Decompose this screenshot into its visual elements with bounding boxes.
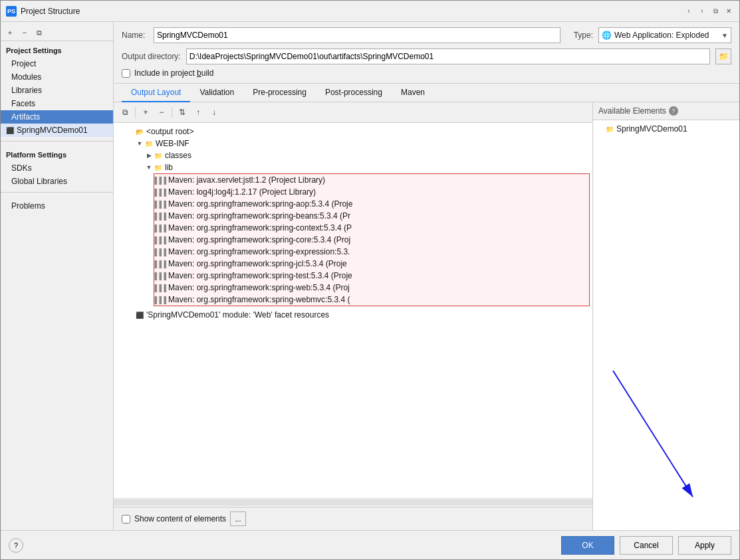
tab-output-layout[interactable]: Output Layout: [122, 84, 190, 102]
close-button[interactable]: ✕: [723, 6, 734, 17]
show-content-checkbox[interactable]: [122, 515, 130, 523]
tree-node-spring-expression[interactable]: ▌▌▌ Maven: org.springframework:spring-ex…: [154, 246, 589, 258]
project-label: Project: [11, 59, 36, 68]
lib-icon: ▌▌▌: [157, 223, 166, 233]
output-layout-panel: ⧉ + − ⇅ ↑ ↓ 📂 <output: [114, 102, 593, 530]
help-button[interactable]: ?: [9, 538, 23, 553]
sidebar-item-sdks[interactable]: SDKs: [1, 161, 113, 175]
output-sort-btn[interactable]: ⇅: [175, 105, 189, 120]
node-text: Maven: log4j:log4j:1.2.17 (Project Libra…: [168, 187, 316, 197]
tree-node-spring-beans[interactable]: ▌▌▌ Maven: org.springframework:spring-be…: [154, 210, 589, 222]
folder-icon: 📁: [144, 139, 154, 148]
sidebar: + − ⧉ Project Settings Project Modules L…: [1, 22, 114, 530]
available-item-springmvcdemo01[interactable]: 📁 SpringMVCDemo01: [593, 123, 739, 135]
available-panel: Available Elements ? 📁 SpringMVCDemo01: [593, 102, 739, 530]
lib-icon: ▌▌▌: [157, 235, 166, 244]
tree-node-classes[interactable]: ▶ 📁 classes: [114, 149, 592, 161]
dialog-title: Project Structure: [21, 7, 683, 16]
available-help-icon[interactable]: ?: [669, 106, 678, 116]
artifact-item-springmvcdemo01[interactable]: ⬛ SpringMVCDemo01: [1, 124, 113, 137]
output-navigate-btn[interactable]: ⧉: [118, 105, 132, 120]
forward-button[interactable]: ›: [697, 6, 707, 17]
node-text: Maven: org.springframework:spring-aop:5.…: [168, 199, 352, 209]
lib-icon: ▌▌▌: [157, 199, 166, 209]
output-tree[interactable]: 📂 <output root> ▼ 📁 WEB-INF ▶ 📁: [114, 123, 592, 498]
copy-button[interactable]: ⧉: [710, 6, 721, 17]
output-add-btn[interactable]: +: [138, 105, 153, 120]
tab-post-processing[interactable]: Post-processing: [316, 84, 392, 102]
remove-artifact-button[interactable]: −: [18, 26, 31, 39]
tree-node-spring-context[interactable]: ▌▌▌ Maven: org.springframework:spring-co…: [154, 222, 589, 234]
tree-node-output-root[interactable]: 📂 <output root>: [114, 126, 592, 138]
output-dir-input[interactable]: [186, 48, 710, 64]
project-structure-dialog: PS Project Structure ‹ › ⧉ ✕ + − ⧉ Proje…: [0, 0, 740, 560]
tree-node-spring-jcl[interactable]: ▌▌▌ Maven: org.springframework:spring-jc…: [154, 258, 589, 270]
back-button[interactable]: ‹: [683, 6, 694, 17]
sidebar-item-project[interactable]: Project: [1, 57, 113, 70]
main-area: ⧉ + − ⇅ ↑ ↓ 📂 <output: [114, 102, 739, 530]
problems-item[interactable]: Problems: [1, 199, 113, 213]
platform-divider-2: [1, 192, 113, 193]
tree-node-spring-test[interactable]: ▌▌▌ Maven: org.springframework:spring-te…: [154, 270, 589, 282]
dialog-footer: ? OK Cancel Apply: [1, 530, 739, 559]
tree-node-spring-web[interactable]: ▌▌▌ Maven: org.springframework:spring-we…: [154, 282, 589, 294]
type-label: Type:: [574, 31, 593, 40]
node-text: Maven: javax.servlet:jstl:1.2 (Project L…: [168, 175, 325, 185]
type-select[interactable]: 🌐 Web Application: Exploded ▼: [598, 27, 731, 43]
tab-pre-processing[interactable]: Pre-processing: [243, 84, 316, 102]
ok-button[interactable]: OK: [561, 536, 614, 555]
browse-output-dir-button[interactable]: 📁: [715, 48, 731, 64]
node-text: WEB-INF: [156, 139, 189, 148]
tree-node-jstl[interactable]: ▌▌▌ Maven: javax.servlet:jstl:1.2 (Proje…: [154, 174, 589, 186]
sidebar-item-problems: Problems: [1, 199, 113, 213]
cancel-button[interactable]: Cancel: [620, 536, 673, 555]
folder-icon: 📁: [154, 163, 163, 172]
node-text: Maven: org.springframework:spring-contex…: [168, 223, 352, 233]
tabs-bar: Output Layout Validation Pre-processing …: [114, 84, 739, 102]
lib-icon: ▌▌▌: [157, 247, 166, 256]
show-content-label: Show content of elements: [134, 514, 226, 523]
expand-icon: ▼: [144, 163, 154, 172]
folder-icon: 📁: [605, 124, 614, 134]
tree-node-spring-core[interactable]: ▌▌▌ Maven: org.springframework:spring-co…: [154, 234, 589, 246]
output-dir-row: Output directory: 📁: [122, 48, 731, 64]
available-tree[interactable]: 📁 SpringMVCDemo01: [593, 120, 739, 530]
node-text: Maven: org.springframework:spring-expres…: [168, 247, 350, 256]
node-text: Maven: org.springframework:spring-core:5…: [168, 235, 350, 244]
libraries-label: Libraries: [11, 86, 42, 95]
tree-node-module-resources[interactable]: ⬛ 'SpringMVCDemo01' module: 'Web' facet …: [114, 309, 592, 321]
include-project-build-checkbox[interactable]: [122, 69, 130, 78]
tree-node-log4j[interactable]: ▌▌▌ Maven: log4j:log4j:1.2.17 (Project L…: [154, 186, 589, 198]
add-artifact-button[interactable]: +: [3, 26, 17, 39]
main-content: + − ⧉ Project Settings Project Modules L…: [1, 22, 739, 530]
name-input[interactable]: [154, 27, 560, 43]
tree-node-lib[interactable]: ▼ 📁 lib: [114, 161, 592, 173]
available-header: Available Elements ?: [593, 102, 739, 120]
sidebar-item-artifacts[interactable]: Artifacts: [1, 110, 113, 124]
more-options-button[interactable]: ...: [230, 512, 246, 526]
folder-icon: 📁: [154, 151, 163, 160]
toolbar-sep-1: [135, 107, 136, 118]
tree-node-spring-aop[interactable]: ▌▌▌ Maven: org.springframework:spring-ao…: [154, 198, 589, 210]
sidebar-item-libraries[interactable]: Libraries: [1, 84, 113, 97]
sidebar-item-modules[interactable]: Modules: [1, 70, 113, 84]
sidebar-item-global-libraries[interactable]: Global Libraries: [1, 175, 113, 188]
output-down-btn[interactable]: ↓: [207, 105, 221, 120]
global-libraries-label: Global Libraries: [11, 177, 67, 186]
lib-icon: ▌▌▌: [157, 271, 166, 280]
node-text: 'SpringMVCDemo01' module: 'Web' facet re…: [146, 310, 329, 320]
apply-button[interactable]: Apply: [678, 536, 731, 555]
tab-validation[interactable]: Validation: [190, 84, 243, 102]
tree-node-spring-webmvc[interactable]: ▌▌▌ Maven: org.springframework:spring-we…: [154, 294, 589, 306]
copy-artifact-button[interactable]: ⧉: [33, 26, 46, 39]
output-remove-btn[interactable]: −: [154, 105, 169, 120]
tree-node-web-inf[interactable]: ▼ 📁 WEB-INF: [114, 138, 592, 149]
lib-icon: ▌▌▌: [157, 175, 166, 185]
node-text: Maven: org.springframework:spring-web:5.…: [168, 283, 350, 292]
horizontal-scrollbar[interactable]: [114, 499, 592, 506]
output-up-btn[interactable]: ↑: [191, 105, 205, 120]
type-select-text: Web Application: Exploded: [614, 31, 716, 40]
sidebar-item-facets[interactable]: Facets: [1, 97, 113, 110]
type-select-arrow: ▼: [721, 32, 728, 39]
tab-maven[interactable]: Maven: [392, 84, 434, 102]
